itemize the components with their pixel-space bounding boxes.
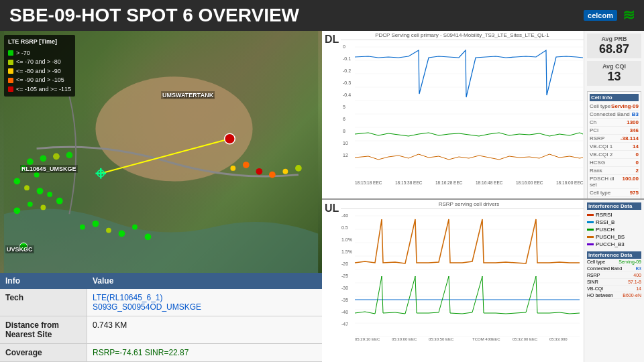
svg-point-32 bbox=[225, 133, 235, 144]
cell-info-row-pdsch: PDSCH dl set 100.00 bbox=[590, 175, 639, 189]
svg-text:8: 8 bbox=[343, 129, 345, 133]
ul-label: UL bbox=[325, 202, 339, 215]
svg-point-24 bbox=[106, 228, 111, 233]
map-label-uvskgc: UVSKGC bbox=[5, 245, 34, 253]
ul-legend-dot-pucch-b3 bbox=[587, 243, 594, 245]
stats-sidebar: Avg PRB 68.87 Avg CQI 13 Cell Info Cell … bbox=[584, 31, 644, 198]
legend-color-3 bbox=[8, 68, 13, 74]
ul-cell-info-row-5: VB-CQI 14 bbox=[587, 286, 641, 292]
ul-legend-label-rsrsi: RSRSI bbox=[596, 212, 612, 218]
svg-text:TCOM 400EEC: TCOM 400EEC bbox=[472, 337, 500, 341]
cell-info-row-hcsg: HCSG 0 bbox=[590, 159, 639, 167]
ul-cell-info-row-3: RSRP 400 bbox=[587, 272, 641, 279]
svg-text:-0.4: -0.4 bbox=[343, 93, 351, 97]
table-row-tech: Tech LTE(RL10645_6_1) S093G_S00954OD_UMS… bbox=[0, 289, 322, 316]
ul-cell-info-row-4: SINR 57.1-8 bbox=[587, 279, 641, 286]
legend-color-1 bbox=[8, 50, 13, 56]
ul-legend-label-pucch-b3: PUCCH_B3 bbox=[596, 241, 625, 247]
ul-legend-dot-pusch-bs bbox=[587, 236, 594, 238]
svg-text:18:16:48 EEC: 18:16:48 EEC bbox=[476, 180, 503, 185]
cell-info-title: Cell Info bbox=[590, 94, 639, 101]
avg-prb-box: Avg PRB 68.87 bbox=[587, 34, 641, 58]
dl-chart-svg: 0 -0.1 -0.2 -0.3 -0.4 5 6 8 10 12 bbox=[341, 40, 584, 188]
svg-text:18:15:18 EEC: 18:15:18 EEC bbox=[355, 180, 382, 185]
table-row-distance: Distance fromNearest Site 0.743 KM bbox=[0, 316, 322, 344]
ul-cell-info-row-1: Cell type Serving-09 bbox=[587, 259, 641, 265]
svg-point-12 bbox=[56, 198, 63, 204]
svg-point-13 bbox=[28, 202, 33, 207]
ul-legend-dot-pusch bbox=[587, 229, 594, 231]
cell-info-row-rsrp: RSRP -38.114 bbox=[590, 135, 639, 143]
svg-text:05:30:50 EEC: 05:30:50 EEC bbox=[429, 337, 454, 341]
ul-chart-svg: -40 0.5 1.0% 1.5% -20 -25 -30 -35 -40 -4… bbox=[341, 209, 584, 343]
avg-cqi-label: Avg CQI bbox=[589, 63, 639, 70]
svg-text:5: 5 bbox=[343, 105, 345, 109]
dl-label: DL bbox=[325, 34, 339, 46]
legend-label-2: <= -70 and > -80 bbox=[16, 58, 61, 67]
svg-point-4 bbox=[53, 153, 60, 160]
avg-cqi-value: 13 bbox=[589, 70, 639, 84]
value-distance: 0.743 KM bbox=[87, 316, 322, 343]
dl-charts: PDCP Serving cell primary - S09414-Mobil… bbox=[322, 31, 584, 198]
avg-prb-value: 68.87 bbox=[589, 42, 639, 56]
info-table-header: Info Value bbox=[0, 273, 322, 289]
svg-text:1.0%: 1.0% bbox=[341, 237, 352, 242]
ul-cell-info-row-2: Connected Band B3 bbox=[587, 265, 641, 272]
avg-prb-label: Avg PRB bbox=[589, 36, 639, 42]
svg-text:18:16:00 EEC: 18:16:00 EEC bbox=[516, 180, 543, 185]
legend-label-4: <= -90 and > -105 bbox=[16, 76, 64, 85]
cell-info-row-band: Connected Band B3 bbox=[590, 111, 639, 119]
cell-info-box: Cell Info Cell type Serving-09 Connected… bbox=[587, 91, 641, 200]
label-distance: Distance fromNearest Site bbox=[0, 316, 87, 343]
svg-text:-47: -47 bbox=[341, 322, 348, 326]
ul-chart-area: -40 0.5 1.0% 1.5% -20 -25 -30 -35 -40 -4… bbox=[341, 209, 584, 343]
svg-point-17 bbox=[243, 162, 250, 168]
main-content: LTE RSRP [Time] > -70 <= -70 and > -80 <… bbox=[0, 31, 644, 362]
svg-text:18:16:00 EEC: 18:16:00 EEC bbox=[556, 180, 584, 185]
svg-point-14 bbox=[13, 207, 20, 214]
svg-text:-0.2: -0.2 bbox=[343, 68, 351, 73]
legend-item-1: > -70 bbox=[8, 49, 71, 58]
cell-info-row-celltype: Cell type Serving-09 bbox=[590, 103, 639, 111]
svg-text:-0.1: -0.1 bbox=[343, 56, 351, 61]
legend-color-5 bbox=[8, 86, 13, 92]
ul-cell-info-title: Interference Data bbox=[587, 251, 641, 259]
page-header: SBE-09-HOT SPOT 6 OVERVIEW celcom ≋ bbox=[0, 0, 644, 31]
svg-point-18 bbox=[256, 168, 262, 175]
svg-point-21 bbox=[295, 165, 302, 172]
svg-point-22 bbox=[80, 225, 85, 230]
label-coverage: Coverage bbox=[0, 344, 87, 361]
ul-sidebar: Interference Data RSRSI RSSI_B PUSCH PUS… bbox=[584, 200, 644, 362]
svg-text:0.5: 0.5 bbox=[341, 225, 348, 230]
svg-point-10 bbox=[37, 188, 44, 194]
left-panel: LTE RSRP [Time] > -70 <= -70 and > -80 <… bbox=[0, 31, 322, 362]
ericsson-logo: ≋ bbox=[623, 7, 635, 24]
legend-title: LTE RSRP [Time] bbox=[8, 38, 71, 47]
ul-legend-rssib: RSSI_B bbox=[587, 219, 641, 225]
svg-text:05:29:10 EEC: 05:29:10 EEC bbox=[355, 337, 380, 341]
svg-point-8 bbox=[13, 178, 20, 185]
right-panel: DL PDCP Serving cell primary - S09414-Mo… bbox=[322, 31, 644, 362]
svg-text:1.5%: 1.5% bbox=[341, 249, 352, 254]
logo-container: celcom ≋ bbox=[584, 7, 635, 24]
ul-legend-pusch-bs: PUSCH_BS bbox=[587, 234, 641, 240]
legend-label-5: <= -105 and >= -115 bbox=[16, 85, 71, 95]
svg-point-3 bbox=[40, 155, 47, 162]
ul-legend-dot-rssib bbox=[587, 221, 594, 223]
cell-info-row-pci: PCI 346 bbox=[590, 127, 639, 135]
svg-text:-20: -20 bbox=[341, 261, 348, 266]
ul-section: UL RSRP serving cell drivers -40 0.5 1.0… bbox=[322, 198, 644, 362]
svg-point-15 bbox=[40, 205, 46, 210]
cell-info-row-rank: Rank 2 bbox=[590, 167, 639, 175]
map-label-watertank: UMSWATERTANK bbox=[161, 91, 215, 99]
legend-item-2: <= -70 and > -80 bbox=[8, 58, 71, 67]
value-tech-link[interactable]: S093G_S00954OD_UMSKGE bbox=[93, 302, 201, 312]
ul-legend-label-pusch-bs: PUSCH_BS bbox=[596, 234, 625, 240]
cell-info-row-cqi2: VB-CQI 2 0 bbox=[590, 151, 639, 159]
svg-point-20 bbox=[282, 169, 288, 174]
svg-point-11 bbox=[47, 192, 52, 197]
svg-point-27 bbox=[145, 233, 152, 240]
ul-legend-label-rssib: RSSI_B bbox=[596, 219, 614, 225]
ul-chart-title: RSRP serving cell drivers bbox=[341, 200, 584, 209]
map-container[interactable]: LTE RSRP [Time] > -70 <= -70 and > -80 <… bbox=[0, 31, 322, 273]
